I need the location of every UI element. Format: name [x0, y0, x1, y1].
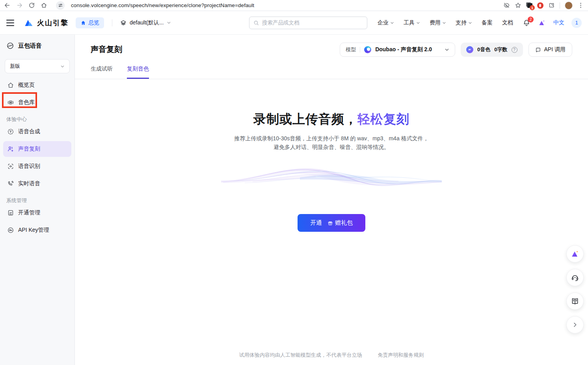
menu-billing[interactable]: 费用	[430, 19, 446, 26]
footer: 试用体验内容均由人工智能模型生成，不代表平台立场 免责声明和服务规则	[75, 352, 588, 359]
home-icon[interactable]	[41, 2, 47, 9]
sidebar-item-activation[interactable]: 开通管理	[3, 205, 71, 221]
nav-menu: 企业 工具 费用 支持 备案 文档	[378, 19, 513, 26]
puzzle-icon[interactable]	[548, 2, 555, 9]
chevron-down-icon	[390, 21, 394, 25]
tab-generate-preview[interactable]: 生成试听	[91, 65, 113, 79]
headset-icon	[571, 273, 579, 282]
sidebar-item-label: 实时语音	[18, 180, 40, 187]
url-bar[interactable]: console.volcengine.com/speech/new/experi…	[71, 2, 498, 8]
sidebar-section-system: 系统管理	[0, 192, 74, 203]
forward-icon[interactable]	[16, 2, 23, 9]
hero-section: 录制或上传音频，轻松复刻 推荐上传或录制10-30s音频，上传支持小于 8M 的…	[75, 111, 588, 232]
reload-icon[interactable]	[28, 2, 35, 9]
version-select[interactable]: 新版	[5, 59, 70, 73]
chevron-down-icon	[442, 21, 446, 25]
more-vertical-icon[interactable]	[577, 2, 584, 9]
chevron-down-icon	[468, 21, 472, 25]
overview-home-icon	[80, 20, 86, 26]
model-label: 模型	[346, 46, 356, 53]
api-call-button[interactable]: API 调用	[528, 43, 572, 57]
menu-enterprise[interactable]: 企业	[378, 19, 394, 26]
tab-clone-voice[interactable]: 复刻音色	[127, 65, 149, 79]
search-icon	[253, 20, 259, 26]
eye-off-icon[interactable]	[503, 2, 510, 9]
sidebar-item-asr[interactable]: 语音识别	[3, 158, 71, 174]
main-header: 声音复刻 模型 Doubao - 声音复刻 2.0 0音色	[75, 35, 588, 57]
notifications-button[interactable]: 2	[523, 19, 530, 27]
activate-button[interactable]: 开通 赠礼包	[298, 214, 365, 232]
customer-support-button[interactable]	[566, 269, 584, 286]
ai-mountain-icon[interactable]	[538, 19, 546, 27]
sidebar-item-realtime-voice[interactable]: 实时语音	[3, 176, 71, 192]
version-label: 新版	[10, 63, 20, 70]
sidebar-item-voice-clone[interactable]: 声音复刻	[3, 141, 71, 157]
ai-assistant-button[interactable]	[566, 245, 584, 263]
menu-tools[interactable]: 工具	[404, 19, 420, 26]
sidebar: 豆包语音 新版 概览页 音色库 体验中心 语音合成 声音复刻	[0, 35, 75, 365]
docs-button[interactable]	[566, 292, 584, 310]
sidebar-item-label: 语音合成	[18, 128, 40, 135]
hero-title-main: 录制或上传音频，	[253, 112, 357, 126]
book-icon	[571, 297, 579, 305]
footer-disclaimer: 试用体验内容均由人工智能模型生成，不代表平台立场	[239, 352, 362, 358]
search-input[interactable]	[262, 20, 363, 26]
doubao-model-logo	[364, 46, 371, 53]
chevron-down-icon	[167, 20, 171, 25]
sidebar-item-api-key[interactable]: API Key管理	[3, 222, 71, 238]
model-selector[interactable]: 模型 Doubao - 声音复刻 2.0	[340, 43, 455, 57]
page-title: 声音复刻	[91, 43, 122, 55]
browser-profile-avatar[interactable]	[565, 2, 573, 9]
sidebar-item-label: 语音识别	[18, 163, 40, 170]
model-value: Doubao - 声音复刻 2.0	[375, 46, 432, 53]
sidebar-section-experience: 体验中心	[0, 110, 74, 122]
collapse-button[interactable]	[566, 316, 584, 333]
sidebar-item-tts[interactable]: 语音合成	[3, 124, 71, 140]
toolbar-divider	[560, 2, 560, 9]
product-title: 豆包语音	[18, 42, 42, 50]
sidebar-item-voice-library[interactable]: 音色库	[3, 95, 71, 110]
project-selector[interactable]: default(默认...	[120, 19, 171, 26]
menu-support[interactable]: 支持	[456, 19, 472, 26]
extension-dark-icon[interactable]: 1	[526, 2, 532, 8]
doubao-voice-icon	[6, 42, 14, 50]
floating-buttons	[566, 245, 584, 333]
char-count: 0字数	[494, 46, 507, 53]
overview-button[interactable]: 总览	[76, 17, 104, 28]
sidebar-item-overview[interactable]: 概览页	[3, 77, 71, 93]
voice-clone-icon	[7, 145, 14, 153]
hero-description: 推荐上传或录制10-30s音频，上传支持小于 8M 的 wav、mp3、m4a …	[234, 134, 428, 151]
usage-quota-badge[interactable]: 0音色 0字数 ?	[461, 43, 523, 57]
extension-red-icon[interactable]	[537, 2, 543, 9]
sidebar-item-label: 声音复刻	[18, 145, 40, 153]
chevron-down-icon	[445, 47, 449, 52]
back-icon[interactable]	[4, 2, 11, 9]
tts-icon	[7, 128, 14, 135]
menu-icp[interactable]: 备案	[482, 19, 493, 26]
activate-label: 开通	[310, 219, 322, 227]
nav-divider	[112, 19, 112, 26]
overview-home-icon	[7, 82, 14, 89]
footer-link[interactable]: 免责声明和服务规则	[378, 352, 424, 358]
audio-waveform-graphic	[221, 162, 442, 199]
project-label: default(默认...	[130, 19, 164, 26]
account-avatar[interactable]: 1	[571, 18, 582, 28]
chevron-down-icon	[416, 21, 420, 25]
language-switch[interactable]: 中文	[553, 19, 564, 26]
header-controls: 模型 Doubao - 声音复刻 2.0 0音色 0字数 ?	[340, 43, 572, 57]
hero-desc-line1: 推荐上传或录制10-30s音频，上传支持小于 8M 的 wav、mp3、m4a …	[234, 134, 428, 143]
star-icon[interactable]	[515, 2, 521, 9]
realtime-voice-icon	[7, 180, 14, 187]
hero-title: 录制或上传音频，轻松复刻	[253, 111, 409, 128]
volcengine-logo[interactable]: 火山引擎	[24, 18, 69, 28]
ai-mountain-icon	[570, 250, 580, 258]
chevron-right-icon	[572, 322, 578, 328]
question-circle-icon[interactable]: ?	[512, 47, 517, 53]
search-box[interactable]	[249, 17, 367, 29]
gift-package: 赠礼包	[327, 219, 353, 227]
site-info-icon[interactable]	[56, 1, 65, 10]
menu-docs[interactable]: 文档	[502, 19, 513, 26]
app-body: 豆包语音 新版 概览页 音色库 体验中心 语音合成 声音复刻	[0, 35, 588, 365]
hamburger-icon[interactable]	[6, 20, 14, 26]
extension-badge: 1	[530, 5, 535, 10]
